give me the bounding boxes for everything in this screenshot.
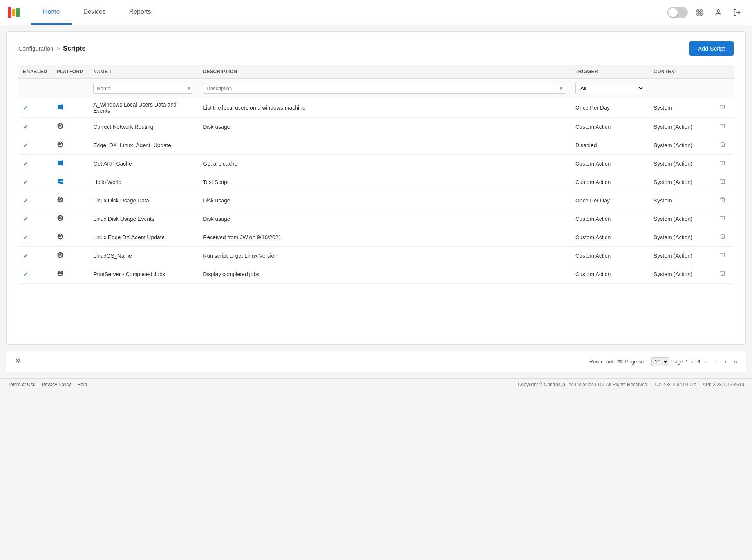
- terms-link[interactable]: Terms of Use: [8, 382, 36, 387]
- first-page-button[interactable]: «: [703, 358, 711, 366]
- cell-action: [712, 118, 734, 136]
- enabled-checkmark: ✓: [23, 105, 28, 111]
- delete-row-button[interactable]: [716, 250, 729, 261]
- nav-tab-reports[interactable]: Reports: [118, 0, 163, 25]
- footer-links: Terms of Use Privacy Policy Help: [8, 382, 87, 387]
- pagination: Row count: 22 Page size: 10 25 50 Page 1…: [589, 357, 739, 366]
- delete-row-button[interactable]: [716, 102, 729, 113]
- page-header: Configuration > Scripts Add Script: [18, 41, 734, 56]
- cell-platform: [52, 265, 89, 284]
- cell-platform: [52, 118, 89, 136]
- last-page-button[interactable]: »: [731, 358, 739, 366]
- cell-enabled: ✓: [18, 191, 52, 210]
- cell-name: Correct Network Routing: [89, 118, 198, 136]
- table-row: ✓Correct Network RoutingDisk usageCustom…: [18, 118, 734, 136]
- delete-icon: [719, 233, 726, 240]
- cell-context: System (Action): [649, 265, 712, 284]
- cell-action: [712, 173, 734, 191]
- add-script-button[interactable]: Add Script: [689, 41, 734, 56]
- cell-enabled: ✓: [18, 155, 52, 173]
- cell-platform: [52, 228, 89, 247]
- cell-enabled: ✓: [18, 210, 52, 228]
- cell-platform: [52, 191, 89, 210]
- col-header-trigger: TRIGGER: [571, 65, 649, 79]
- help-link[interactable]: Help: [77, 382, 87, 387]
- linux-icon: [57, 143, 64, 149]
- app-logo: [8, 7, 20, 18]
- cell-description: Run script to get Linux Version: [198, 247, 571, 265]
- cell-platform: [52, 247, 89, 265]
- of-label: of: [691, 359, 695, 365]
- next-page-button[interactable]: ›: [722, 358, 729, 366]
- cell-action: [712, 247, 734, 265]
- privacy-link[interactable]: Privacy Policy: [42, 382, 71, 387]
- cell-platform: [52, 136, 89, 155]
- theme-toggle[interactable]: [667, 7, 688, 18]
- delete-icon: [719, 270, 726, 276]
- enabled-checkmark: ✓: [23, 271, 28, 278]
- footer-bar: Row count: 22 Page size: 10 25 50 Page 1…: [6, 351, 746, 372]
- cell-name: Linux Edge DX Agent Update: [89, 228, 198, 247]
- total-pages: 3: [697, 359, 700, 365]
- enabled-checkmark: ✓: [23, 216, 28, 222]
- cell-description: List the local users on a windows machin…: [198, 98, 571, 118]
- delete-row-button[interactable]: [716, 177, 729, 188]
- cell-trigger: Custom Action: [571, 228, 649, 247]
- delete-icon: [719, 178, 726, 184]
- cell-description: Display completed jobs: [198, 265, 571, 284]
- footer-right: Copyright © ControlUp Technologies LTD. …: [518, 382, 744, 387]
- delete-row-button[interactable]: [716, 213, 729, 224]
- cell-context: System (Action): [649, 247, 712, 265]
- cell-enabled: ✓: [18, 265, 52, 284]
- enabled-checkmark: ✓: [23, 124, 28, 130]
- delete-row-button[interactable]: [716, 158, 729, 169]
- col-header-context: CONTEXT: [649, 65, 712, 79]
- page-size-select[interactable]: 10 25 50: [651, 357, 669, 366]
- cell-action: [712, 265, 734, 284]
- cell-description: Disk usage: [198, 118, 571, 136]
- cell-context: System (Action): [649, 210, 712, 228]
- settings-button[interactable]: [692, 5, 707, 20]
- col-header-enabled: ENABLED: [18, 65, 52, 79]
- delete-row-button[interactable]: [716, 232, 729, 243]
- cell-action: [712, 228, 734, 247]
- prev-page-button[interactable]: ‹: [713, 358, 719, 366]
- table-row: ✓Edge_DX_Linux_Agent_UpdateDisabledSyste…: [18, 136, 734, 155]
- col-header-action: [712, 65, 734, 79]
- trigger-filter-select[interactable]: All Once Per Day Custom Action Disabled: [575, 83, 644, 94]
- user-button[interactable]: [711, 5, 725, 20]
- cell-enabled: ✓: [18, 173, 52, 191]
- enabled-checkmark: ✓: [23, 253, 28, 259]
- delete-row-button[interactable]: [716, 269, 729, 280]
- delete-row-button[interactable]: [716, 195, 729, 206]
- expand-button[interactable]: [13, 355, 24, 368]
- cell-platform: [52, 98, 89, 118]
- cell-action: [712, 155, 734, 173]
- table-row: ✓A_Windows Local Users Data and EventsLi…: [18, 98, 734, 118]
- name-filter-input[interactable]: [93, 83, 193, 94]
- cell-name: A_Windows Local Users Data and Events: [89, 98, 198, 118]
- delete-row-button[interactable]: [716, 121, 729, 132]
- cell-description: [198, 136, 571, 155]
- col-header-platform: PLATFORM: [52, 65, 89, 79]
- logout-button[interactable]: [730, 5, 744, 20]
- cell-name: LinuxOS_Name: [89, 247, 198, 265]
- nav-tab-devices[interactable]: Devices: [72, 0, 118, 25]
- svg-point-0: [699, 11, 701, 13]
- cell-context: System (Action): [649, 155, 712, 173]
- description-filter-input[interactable]: [203, 83, 566, 94]
- delete-row-button[interactable]: [716, 140, 729, 151]
- cell-context: System: [649, 98, 712, 118]
- delete-icon: [719, 141, 726, 148]
- table-row: ✓Linux Edge DX Agent UpdateReceived from…: [18, 228, 734, 247]
- filter-enabled-cell: [18, 79, 52, 98]
- nav-tab-home[interactable]: Home: [31, 0, 72, 25]
- scripts-table: ENABLED PLATFORM NAME ↑ DESCRIPTION TRIG…: [18, 65, 734, 284]
- svg-point-1: [717, 9, 720, 12]
- col-header-name[interactable]: NAME ↑: [89, 65, 198, 79]
- cell-enabled: ✓: [18, 228, 52, 247]
- cell-platform: [52, 210, 89, 228]
- enabled-checkmark: ✓: [23, 234, 28, 241]
- linux-icon: [57, 271, 64, 278]
- cell-description: Disk usage: [198, 191, 571, 210]
